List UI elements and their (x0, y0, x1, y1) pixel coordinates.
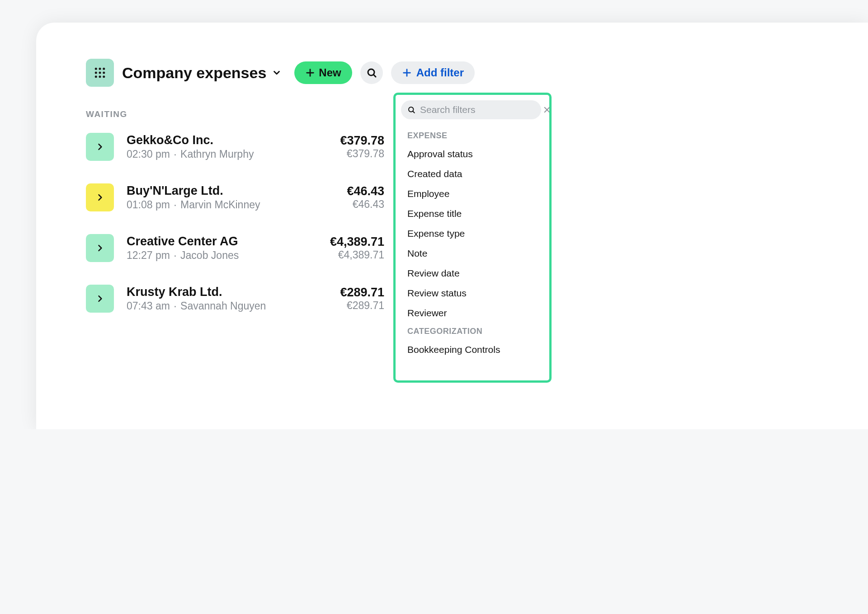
expense-row[interactable]: Krusty Krab Ltd.07:43 am · Savannah Nguy… (86, 285, 384, 313)
svg-line-12 (373, 75, 376, 77)
expense-row[interactable]: Gekko&Co Inc.02:30 pm · Kathryn Murphy€3… (86, 133, 384, 161)
search-button[interactable] (360, 61, 383, 84)
filter-option[interactable]: Expense type (401, 224, 544, 244)
expense-person: Jacob Jones (180, 249, 239, 261)
expense-time: 02:30 pm (127, 148, 170, 160)
separator-dot: · (171, 300, 179, 312)
expense-info: Gekko&Co Inc.02:30 pm · Kathryn Murphy (127, 133, 327, 160)
filter-options-list: EXPENSEApproval statusCreated dataEmploy… (401, 127, 546, 383)
expense-person: Marvin McKinney (180, 199, 260, 211)
app-tile-icon[interactable] (86, 59, 114, 87)
filter-option[interactable]: Employee (401, 184, 544, 204)
expense-row[interactable]: Buy'N'Large Ltd.01:08 pm · Marvin McKinn… (86, 183, 384, 211)
amount-primary: €46.43 (347, 184, 384, 198)
separator-dot: · (171, 199, 179, 211)
svg-point-7 (99, 75, 101, 78)
new-button[interactable]: New (294, 61, 352, 84)
expense-time: 12:27 pm (127, 249, 170, 261)
svg-point-1 (99, 68, 101, 70)
expense-status-tile (86, 183, 114, 211)
expense-person: Savannah Nguyen (180, 300, 266, 312)
svg-point-5 (103, 72, 105, 74)
filter-option[interactable]: Created data (401, 164, 544, 184)
add-filter-button[interactable]: Add filter (391, 61, 475, 84)
svg-line-16 (413, 111, 415, 113)
amount-secondary: €379.78 (340, 148, 384, 160)
expense-status-tile (86, 285, 114, 313)
svg-point-2 (103, 68, 105, 70)
expense-time: 07:43 am (127, 300, 170, 312)
plus-icon (305, 68, 315, 78)
expense-person: Kathryn Murphy (180, 148, 254, 160)
expense-amounts: €289.71€289.71 (340, 286, 384, 312)
expense-amounts: €46.43€46.43 (347, 184, 384, 211)
add-filter-label: Add filter (416, 66, 464, 79)
separator-dot: · (171, 148, 179, 160)
header: Company expenses New Add filter (86, 59, 868, 87)
amount-secondary: €289.71 (340, 300, 384, 312)
expense-status-tile (86, 133, 114, 161)
amount-primary: €289.71 (340, 286, 384, 300)
grid-dots-icon (93, 66, 107, 80)
search-icon (407, 106, 415, 114)
new-button-label: New (319, 66, 341, 79)
expense-company: Creative Center AG (127, 234, 317, 248)
svg-point-8 (103, 75, 105, 78)
chevron-right-icon (95, 294, 104, 303)
filter-panel: EXPENSEApproval statusCreated dataEmploy… (393, 93, 552, 383)
filter-option[interactable]: Reviewer (401, 303, 544, 323)
expense-company: Krusty Krab Ltd. (127, 285, 327, 299)
expense-meta: 07:43 am · Savannah Nguyen (127, 300, 327, 312)
svg-point-0 (95, 68, 97, 70)
close-icon[interactable] (543, 106, 551, 114)
expense-company: Gekko&Co Inc. (127, 133, 327, 147)
filter-option[interactable]: Expense title (401, 204, 544, 224)
amount-primary: €4,389.71 (330, 235, 384, 249)
chevron-right-icon (95, 244, 104, 253)
expense-row[interactable]: Creative Center AG12:27 pm · Jacob Jones… (86, 234, 384, 262)
filter-option[interactable]: Review date (401, 263, 544, 283)
expense-info: Krusty Krab Ltd.07:43 am · Savannah Nguy… (127, 285, 327, 312)
filter-option[interactable]: Bookkeeping Controls (401, 340, 544, 360)
amount-secondary: €46.43 (347, 198, 384, 211)
chevron-right-icon (95, 193, 104, 202)
page-title-text: Company expenses (122, 64, 266, 82)
filter-option[interactable]: Approval status (401, 144, 544, 164)
expense-amounts: €379.78€379.78 (340, 134, 384, 160)
filter-option[interactable]: Review status (401, 283, 544, 303)
svg-point-6 (95, 75, 97, 78)
chevron-right-icon (95, 142, 104, 151)
amount-secondary: €4,389.71 (330, 249, 384, 261)
filter-search[interactable] (401, 100, 541, 119)
filter-search-input[interactable] (420, 104, 538, 115)
filter-group-label: EXPENSE (401, 127, 544, 144)
expense-amounts: €4,389.71€4,389.71 (330, 235, 384, 261)
app-window: Company expenses New Add filter WAITING … (36, 23, 868, 429)
svg-point-4 (99, 72, 101, 74)
expense-status-tile (86, 234, 114, 262)
expense-info: Creative Center AG12:27 pm · Jacob Jones (127, 234, 317, 262)
filter-option[interactable]: Note (401, 244, 544, 263)
separator-dot: · (171, 249, 179, 261)
amount-primary: €379.78 (340, 134, 384, 148)
chevron-down-icon (272, 68, 282, 78)
plus-icon (402, 68, 412, 78)
expense-company: Buy'N'Large Ltd. (127, 184, 334, 198)
search-icon (366, 67, 377, 78)
page-title-dropdown[interactable]: Company expenses (122, 64, 282, 82)
expense-info: Buy'N'Large Ltd.01:08 pm · Marvin McKinn… (127, 184, 334, 211)
svg-point-3 (95, 72, 97, 74)
expense-time: 01:08 pm (127, 199, 170, 211)
filter-group-label: CATEGORIZATION (401, 323, 544, 340)
expense-meta: 01:08 pm · Marvin McKinney (127, 199, 334, 211)
expense-meta: 12:27 pm · Jacob Jones (127, 249, 317, 262)
expense-meta: 02:30 pm · Kathryn Murphy (127, 148, 327, 160)
